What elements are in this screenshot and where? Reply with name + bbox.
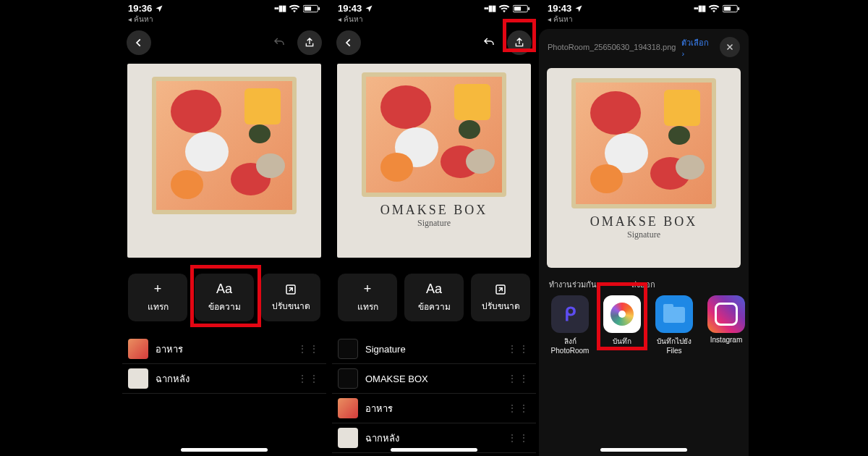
layer-label: อาหาร (156, 342, 183, 357)
wifi-icon (498, 4, 510, 13)
caption-main: OMAKSE BOX (380, 203, 488, 218)
instagram-icon (707, 295, 745, 333)
plus-icon: + (364, 282, 372, 297)
toolbar: + แทรก Aa ข้อความ ปรับขนาด (329, 258, 539, 330)
app-label: ลิงก์ PhotoRoom (548, 336, 592, 355)
text-aa-icon: Aa (426, 282, 442, 297)
resize-icon (494, 283, 507, 296)
home-indicator[interactable] (181, 448, 268, 452)
tool-label: ปรับขนาด (482, 299, 520, 313)
toolbar: + แทรก Aa ข้อความ ปรับขนาด (119, 258, 329, 330)
layer-list: อาหาร ⋮⋮ ฉากหลัง ⋮⋮ (119, 330, 329, 394)
nav-bar (329, 28, 539, 59)
canvas-preview[interactable] (127, 64, 321, 258)
chevron-left-icon (344, 38, 354, 48)
caption-sub: Signature (627, 229, 660, 240)
drag-handle-icon[interactable]: ⋮⋮ (507, 343, 530, 355)
drag-handle-icon[interactable]: ⋮⋮ (507, 432, 530, 444)
app-instagram[interactable]: Instagram (704, 295, 749, 355)
drag-handle-icon[interactable]: ⋮⋮ (507, 373, 530, 384)
label-collab: ทำงานร่วมกัน (549, 278, 597, 291)
share-header: PhotoRoom_25650630_194318.png ตัวเลือก › (539, 29, 749, 65)
layer-thumb (338, 428, 358, 448)
photoroom-icon: ᑭ (551, 295, 589, 333)
layer-row[interactable]: อาหาร ⋮⋮ (332, 394, 536, 423)
layer-thumb (338, 339, 358, 359)
chevron-left-icon (134, 38, 144, 48)
app-photoroom-link[interactable]: ᑭ ลิงก์ PhotoRoom (548, 295, 592, 355)
tool-text[interactable]: Aa ข้อความ (404, 274, 464, 321)
tool-insert[interactable]: + แทรก (338, 274, 397, 321)
layer-row[interactable]: ฉากหลัง ⋮⋮ (122, 364, 326, 394)
app-save-photos[interactable]: บันทึก (600, 295, 644, 355)
drag-handle-icon[interactable]: ⋮⋮ (297, 373, 320, 384)
screen-share-sheet: 19:43 ▪▪▮▮ ◂ ค้นหา PhotoRoom_25650630_19… (539, 0, 749, 456)
drag-handle-icon[interactable]: ⋮⋮ (297, 343, 320, 355)
share-button[interactable] (507, 30, 532, 55)
layer-row[interactable]: อาหาร ⋮⋮ (122, 334, 326, 364)
undo-icon (273, 36, 286, 49)
label-export: ส่งออก (631, 278, 655, 291)
status-icons: ▪▪▮▮ (694, 4, 740, 13)
share-icon (304, 37, 315, 48)
status-bar: 19:43 ▪▪▮▮ (329, 0, 539, 14)
svg-rect-10 (738, 7, 739, 10)
battery-icon (513, 4, 530, 13)
files-icon (655, 295, 693, 333)
canvas-preview[interactable]: OMAKSE BOX Signature (337, 64, 531, 258)
share-preview: OMAKSE BOX Signature (547, 68, 741, 268)
svg-rect-2 (318, 7, 320, 10)
app-label: Instagram (710, 336, 742, 344)
layer-row[interactable]: Signature ⋮⋮ (332, 334, 536, 364)
status-time: 19:43 (338, 3, 362, 14)
tool-label: แทรก (148, 300, 169, 313)
resize-icon (284, 283, 297, 296)
share-apps: ᑭ ลิงก์ PhotoRoom บันทึก บันทึกไปยัง Fil… (539, 294, 749, 355)
location-icon (574, 4, 583, 13)
app-save-files[interactable]: บันทึกไปยัง Files (652, 295, 697, 355)
breadcrumb[interactable]: ◂ ค้นหา (119, 14, 329, 28)
location-icon (155, 4, 163, 13)
food-image (152, 77, 297, 214)
tool-resize[interactable]: ปรับขนาด (261, 274, 320, 321)
layer-row[interactable]: OMAKSE BOX ⋮⋮ (332, 364, 536, 394)
close-icon (726, 43, 734, 51)
layer-thumb (128, 368, 148, 389)
tool-resize[interactable]: ปรับขนาด (471, 274, 530, 321)
tool-label: แทรก (357, 300, 378, 313)
svg-rect-9 (724, 7, 731, 11)
breadcrumb[interactable]: ◂ ค้นหา (539, 14, 749, 28)
options-link[interactable]: ตัวเลือก › (681, 36, 714, 58)
tool-label: ปรับขนาด (272, 299, 310, 313)
undo-button[interactable] (477, 30, 501, 55)
layer-label: ฉากหลัง (365, 431, 399, 446)
back-button[interactable] (336, 30, 361, 55)
status-time: 19:36 (128, 3, 152, 14)
layer-label: Signature (365, 344, 406, 355)
share-sheet: PhotoRoom_25650630_194318.png ตัวเลือก ›… (539, 29, 749, 456)
breadcrumb[interactable]: ◂ ค้นหา (329, 14, 539, 28)
home-indicator[interactable] (391, 448, 477, 452)
tool-text[interactable]: Aa ข้อความ (195, 274, 254, 321)
app-label: บันทึกไปยัง Files (652, 336, 697, 355)
drag-handle-icon[interactable]: ⋮⋮ (507, 402, 530, 414)
plus-icon: + (154, 282, 162, 297)
tool-label: ข้อความ (208, 300, 241, 313)
battery-icon (723, 4, 740, 13)
status-bar: 19:43 ▪▪▮▮ (539, 0, 749, 14)
layer-label: อาหาร (365, 401, 393, 416)
status-icons: ▪▪▮▮ (274, 4, 320, 13)
food-image (571, 78, 716, 208)
undo-button[interactable] (267, 30, 292, 55)
home-indicator[interactable] (600, 448, 687, 452)
layer-thumb (338, 398, 358, 418)
share-button[interactable] (297, 30, 322, 55)
location-icon (365, 4, 373, 13)
layer-label: OMAKSE BOX (365, 373, 428, 384)
share-filename: PhotoRoom_25650630_194318.png (548, 43, 676, 51)
wifi-icon (708, 4, 720, 13)
back-button[interactable] (127, 30, 151, 55)
close-button[interactable] (720, 37, 740, 57)
caption-main: OMAKSE BOX (590, 214, 698, 229)
tool-insert[interactable]: + แทรก (128, 274, 187, 321)
